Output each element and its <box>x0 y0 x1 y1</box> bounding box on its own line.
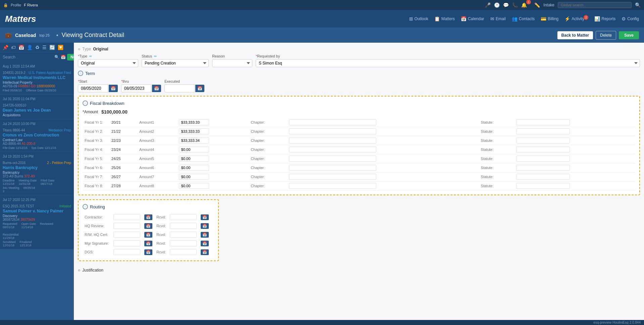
nav-billing[interactable]: 💳 Billing <box>541 16 558 22</box>
fiscal-statute-input-cell[interactable] <box>514 181 635 191</box>
fiscal-statute-input-cell[interactable] <box>514 118 635 127</box>
routing-rcvd-input[interactable] <box>170 240 197 246</box>
fiscal-statute-input[interactable] <box>516 128 570 134</box>
global-search-input[interactable] <box>558 2 632 8</box>
fiscal-chapter-input-cell[interactable] <box>287 163 479 172</box>
fiscal-statute-input[interactable] <box>516 119 570 125</box>
fiscal-amount-input[interactable] <box>179 137 209 144</box>
notification-icon[interactable]: 🔔 1 <box>521 2 531 8</box>
save-button[interactable]: Save <box>619 31 639 39</box>
routing-cal-btn-cell[interactable]: 📅 <box>142 239 154 248</box>
routing-rcvd-input-cell[interactable] <box>168 230 199 239</box>
fiscal-chapter-input[interactable] <box>289 147 376 153</box>
nav-contacts[interactable]: 👥 Contacts <box>512 16 535 22</box>
fiscal-statute-input-cell[interactable] <box>514 127 635 136</box>
fiscal-statute-input-cell[interactable] <box>514 145 635 154</box>
routing-rcvd-calendar-button[interactable]: 📅 <box>201 223 209 229</box>
fiscal-amount-input[interactable] <box>179 174 209 180</box>
routing-rcvd-calendar-button[interactable]: 📅 <box>201 241 209 246</box>
routing-rcvd-cal-btn-cell[interactable]: 📅 <box>199 221 211 230</box>
fiscal-chapter-input-cell[interactable] <box>287 145 479 154</box>
routing-calendar-button[interactable]: 📅 <box>144 249 152 255</box>
fiscal-statute-input[interactable] <box>516 137 570 144</box>
calendar-icon[interactable]: 📅 <box>18 45 24 50</box>
recycle-icon[interactable]: ♻ <box>35 45 40 50</box>
fiscal-chapter-input-cell[interactable] <box>287 181 479 191</box>
reason-select[interactable] <box>212 59 252 67</box>
routing-cal-btn-cell[interactable]: 📅 <box>142 213 154 221</box>
routing-calendar-button[interactable]: 📅 <box>144 223 152 229</box>
clock-icon[interactable]: 🕐 <box>494 2 500 8</box>
phone-icon[interactable]: 📞 <box>512 2 518 8</box>
executed-calendar-button[interactable]: 📅 <box>195 85 204 92</box>
routing-cal-btn-cell[interactable]: 📅 <box>142 221 154 230</box>
nav-outlook[interactable]: ⊞ Outlook <box>409 16 428 22</box>
list-item[interactable]: 104831-2019-2 U.S. Patent Application Fi… <box>0 69 74 94</box>
fiscal-amount-input[interactable] <box>179 147 209 153</box>
fiscal-chapter-input-cell[interactable] <box>287 172 479 181</box>
type-select[interactable]: Original <box>78 59 138 67</box>
calendar-small-icon[interactable]: 📅 <box>61 55 66 59</box>
routing-rcvd-cal-btn-cell[interactable]: 📅 <box>199 213 211 221</box>
routing-date-input[interactable] <box>113 240 140 246</box>
thru-calendar-button[interactable]: 📅 <box>152 85 161 92</box>
fiscal-statute-input[interactable] <box>516 165 570 171</box>
routing-rcvd-input-cell[interactable] <box>168 221 199 230</box>
thru-date-input[interactable] <box>121 84 151 92</box>
routing-date-input-cell[interactable] <box>111 230 142 239</box>
routing-rcvd-input-cell[interactable] <box>168 213 199 221</box>
fiscal-statute-input[interactable] <box>516 156 570 162</box>
list-item[interactable]: Burns-oct-2016 2 - Petition Prep Harris … <box>0 159 74 195</box>
executed-date-input[interactable] <box>164 84 195 92</box>
routing-date-input[interactable] <box>113 249 140 255</box>
list-item[interactable]: Titans 8866-44 Mediation Prep Cronus vs … <box>0 126 74 152</box>
routing-rcvd-input[interactable] <box>170 249 197 255</box>
routing-date-input-cell[interactable] <box>111 239 142 248</box>
fiscal-chapter-input[interactable] <box>289 183 376 189</box>
routing-date-input[interactable] <box>113 223 140 229</box>
start-calendar-button[interactable]: 📅 <box>109 85 118 92</box>
routing-rcvd-cal-btn-cell[interactable]: 📅 <box>199 230 211 239</box>
edit-icon[interactable]: ✏️ <box>534 2 540 8</box>
fiscal-chapter-input-cell[interactable] <box>287 136 479 145</box>
list-icon[interactable]: ☰ <box>42 45 47 50</box>
nav-matters[interactable]: 📋 Matters <box>434 16 455 22</box>
nav-config[interactable]: ⚙ Config <box>622 16 639 22</box>
fiscal-amount-input-cell[interactable] <box>177 136 249 145</box>
fiscal-amount-input[interactable] <box>179 156 209 162</box>
list-item[interactable]: 154726-500510 Dean James vs Joe Dean Acq… <box>0 101 74 119</box>
search-icon[interactable]: 🔍 <box>54 55 59 59</box>
filter-icon[interactable]: 🔽 <box>58 45 63 50</box>
fiscal-chapter-input[interactable] <box>289 119 376 125</box>
routing-rcvd-calendar-button[interactable]: 📅 <box>201 214 209 220</box>
fiscal-chapter-input-cell[interactable] <box>287 154 479 163</box>
chat-icon[interactable]: 💬 <box>503 2 509 8</box>
routing-date-input-cell[interactable] <box>111 221 142 230</box>
routing-cal-btn-cell[interactable]: 📅 <box>142 230 154 239</box>
routing-date-input-cell[interactable] <box>111 213 142 221</box>
fiscal-chapter-input[interactable] <box>289 156 376 162</box>
fiscal-amount-input-cell[interactable] <box>177 181 249 191</box>
fiscal-chapter-input[interactable] <box>289 137 376 144</box>
fiscal-amount-input[interactable] <box>179 128 209 134</box>
routing-rcvd-input[interactable] <box>170 214 197 220</box>
routing-calendar-button[interactable]: 📅 <box>144 241 152 246</box>
routing-date-input-cell[interactable] <box>111 248 142 256</box>
routing-rcvd-input[interactable] <box>170 223 197 229</box>
fiscal-amount-input[interactable] <box>179 119 209 125</box>
fiscal-amount-input-cell[interactable] <box>177 118 249 127</box>
search-input[interactable] <box>3 55 53 59</box>
fiscal-amount-input-cell[interactable] <box>177 154 249 163</box>
fiscal-statute-input[interactable] <box>516 174 570 180</box>
routing-calendar-button[interactable]: 📅 <box>144 232 152 238</box>
fiscal-chapter-input[interactable] <box>289 128 376 134</box>
routing-rcvd-calendar-button[interactable]: 📅 <box>201 232 209 238</box>
fiscal-statute-input-cell[interactable] <box>514 163 635 172</box>
fiscal-chapter-input-cell[interactable] <box>287 127 479 136</box>
status-select[interactable]: Pending Creation <box>142 59 209 67</box>
tag-icon[interactable]: 🏷 <box>11 45 16 50</box>
routing-rcvd-cal-btn-cell[interactable]: 📅 <box>199 248 211 256</box>
microphone-icon[interactable]: 🎤 <box>485 2 491 8</box>
routing-calendar-button[interactable]: 📅 <box>144 214 152 220</box>
fiscal-amount-input[interactable] <box>179 183 209 189</box>
